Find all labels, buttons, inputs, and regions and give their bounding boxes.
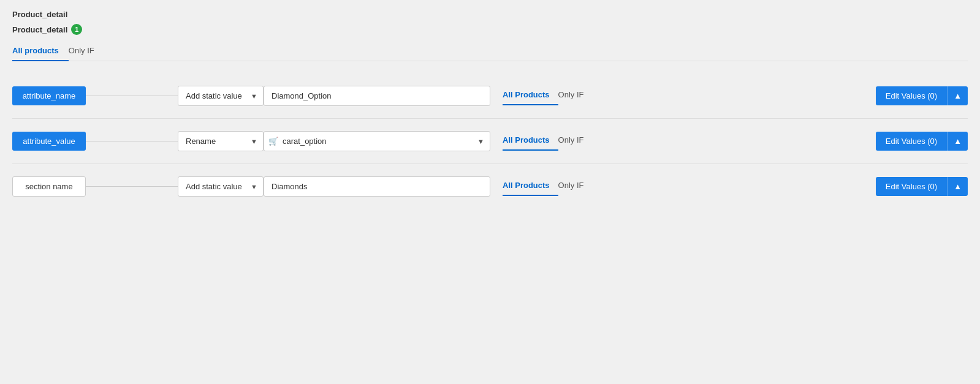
- main-content: attribute_name Add static value Rename D…: [12, 73, 968, 209]
- select-wrapper-3: Add static value Rename Delete Custom ▼: [178, 176, 264, 197]
- inline-tab-all-products-3[interactable]: All Products: [503, 177, 558, 196]
- field-label-attribute-name[interactable]: attribute_name: [12, 86, 86, 105]
- inline-tabs-3: All Products Only IF: [503, 177, 592, 196]
- transform-select-2[interactable]: Add static value Rename Delete Custom: [178, 131, 264, 151]
- value-dropdown-input-2[interactable]: [264, 131, 490, 151]
- badge-count: 1: [71, 24, 82, 35]
- connector-line-1: [86, 96, 178, 96]
- expand-btn-2[interactable]: ▲: [947, 132, 968, 151]
- field-label-section-name[interactable]: section name: [12, 176, 86, 197]
- inline-tab-only-if-1[interactable]: Only IF: [558, 86, 593, 105]
- dropdown-input-wrapper-2: 🛒 ▼: [264, 131, 490, 151]
- inline-tab-all-products-1[interactable]: All Products: [503, 86, 558, 105]
- mapping-row-3: section name Add static value Rename Del…: [12, 164, 968, 209]
- edit-values-btn-1[interactable]: Edit Values (0): [876, 86, 947, 105]
- right-actions-3: Edit Values (0) ▲: [876, 177, 968, 196]
- page-title: Product_detail: [12, 10, 968, 19]
- tab-all-products[interactable]: All products: [12, 42, 69, 61]
- inline-tab-all-products-2[interactable]: All Products: [503, 132, 558, 151]
- select-wrapper-1: Add static value Rename Delete Custom ▼: [178, 86, 264, 106]
- page-wrapper: Product_detail Product_detail 1 All prod…: [0, 0, 980, 384]
- expand-btn-3[interactable]: ▲: [947, 177, 968, 196]
- value-input-3[interactable]: [264, 176, 490, 197]
- inline-tabs-1: All Products Only IF: [503, 86, 592, 105]
- expand-icon-3: ▲: [954, 182, 962, 191]
- transform-select-1[interactable]: Add static value Rename Delete Custom: [178, 86, 264, 106]
- tab-only-if[interactable]: Only IF: [69, 42, 104, 61]
- inline-tabs-2: All Products Only IF: [503, 132, 592, 151]
- mapping-row-1: attribute_name Add static value Rename D…: [12, 73, 968, 118]
- right-actions-1: Edit Values (0) ▲: [876, 86, 968, 105]
- edit-values-btn-3[interactable]: Edit Values (0): [876, 177, 947, 196]
- connector-line-3: [86, 186, 178, 187]
- right-actions-2: Edit Values (0) ▲: [876, 132, 968, 151]
- badge-row: Product_detail 1: [12, 24, 968, 35]
- top-tabs: All products Only IF: [12, 42, 968, 61]
- select-wrapper-2: Add static value Rename Delete Custom ▼: [178, 131, 264, 151]
- expand-icon-1: ▲: [954, 91, 962, 100]
- transform-select-3[interactable]: Add static value Rename Delete Custom: [178, 176, 264, 197]
- badge-label: Product_detail: [12, 25, 67, 34]
- mapping-row-2: attribute_value Add static value Rename …: [12, 119, 968, 164]
- inline-tab-only-if-2[interactable]: Only IF: [558, 132, 593, 151]
- expand-btn-1[interactable]: ▲: [947, 86, 968, 105]
- connector-line-2: [86, 141, 178, 141]
- value-input-1[interactable]: [264, 86, 490, 106]
- edit-values-btn-2[interactable]: Edit Values (0): [876, 132, 947, 151]
- expand-icon-2: ▲: [954, 137, 962, 146]
- field-label-attribute-value[interactable]: attribute_value: [12, 132, 86, 151]
- inline-tab-only-if-3[interactable]: Only IF: [558, 177, 593, 196]
